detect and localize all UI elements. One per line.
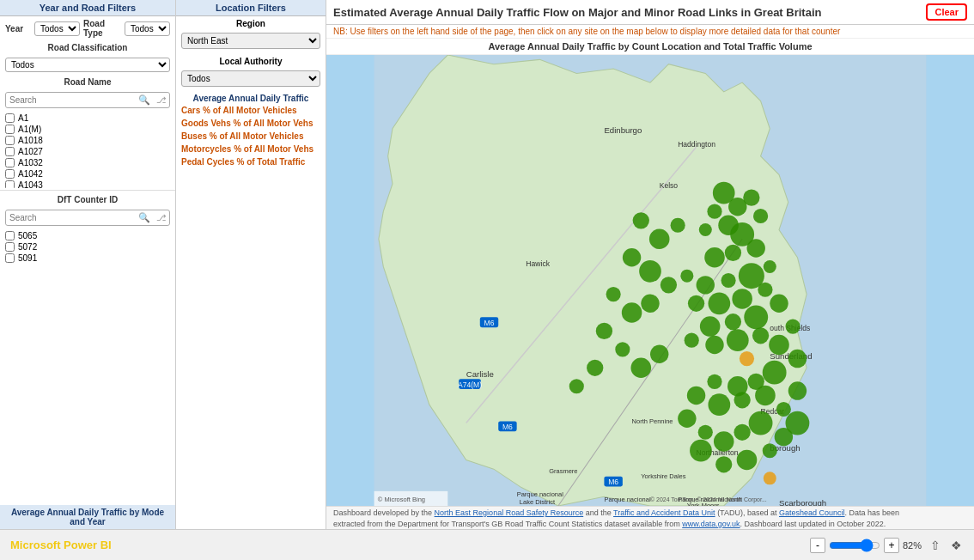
svg-point-73 [714,431,734,452]
pbi-logo-link[interactable]: Microsoft Power BI [10,539,112,551]
svg-point-59 [786,320,801,334]
dft-header: DfT Counter ID [0,192,175,207]
share-button[interactable]: ⇧ [928,537,942,554]
svg-point-65 [687,387,705,405]
svg-text:A74(M): A74(M) [458,380,482,389]
aadt-item[interactable]: Pedal Cycles % of Total Traffic [181,156,320,167]
svg-point-95 [587,360,603,376]
bottom-section-label: Average Annual Daily Traffic by Mode and… [0,505,175,529]
svg-point-45 [680,270,693,283]
list-item: A1032 [5,157,170,168]
list-item: A1018 [5,135,170,146]
svg-point-97 [740,351,754,366]
road-name-search-input[interactable] [6,94,135,107]
zoom-minus-button[interactable]: - [810,538,825,553]
road-checkbox[interactable] [5,169,15,179]
counter-checkbox[interactable] [5,231,15,240]
svg-point-35 [699,223,712,236]
link-gateshead[interactable]: Gateshead Council [779,508,845,517]
road-checkbox[interactable] [5,180,15,188]
svg-point-57 [752,327,769,344]
dft-search-container: 🔍 ⎇ [5,210,170,226]
aadt-item[interactable]: Goods Vehs % of All Motor Vehs [181,118,320,129]
svg-point-53 [700,316,721,337]
svg-point-50 [770,295,788,313]
dft-clear-button[interactable]: ⎇ [154,211,169,224]
location-header: Location Filters [176,0,326,16]
list-item: 5065 [5,230,170,241]
svg-point-39 [725,245,741,261]
link-tadu[interactable]: Traffic and Accident Data Unit [613,508,715,517]
road-name-clear-button[interactable]: ⎇ [154,94,169,107]
svg-point-90 [641,295,659,313]
svg-point-71 [749,411,773,435]
left-panel: Year and Road Filters Year Todos Road Ty… [0,0,176,529]
pbi-controls: - + 82% ⇧ ❖ [810,537,964,554]
clear-button[interactable]: Clear [926,3,967,21]
counter-checkbox[interactable] [5,242,15,252]
svg-point-77 [715,456,732,472]
dft-search-input[interactable] [6,211,135,224]
local-authority-label: Local Authority [176,54,326,69]
svg-point-37 [753,209,768,223]
road-class-filter-row: Todos [0,55,175,75]
aadt-item[interactable]: Buses % of All Motor Vehicles [181,131,320,142]
svg-point-82 [633,212,649,228]
zoom-slider[interactable] [829,539,880,552]
svg-point-93 [631,358,652,379]
svg-point-86 [639,260,661,283]
svg-point-52 [725,313,741,330]
svg-point-60 [788,350,807,368]
dft-search-button[interactable]: 🔍 [135,210,154,225]
road-type-select[interactable]: Todos [125,21,170,36]
svg-point-81 [786,411,810,435]
svg-point-74 [698,425,713,440]
svg-text:© Microsoft Bing: © Microsoft Bing [378,496,425,503]
svg-point-41 [764,260,776,273]
map-header: Estimated Average Annual Daily Traffic F… [326,0,974,25]
svg-point-47 [709,292,731,314]
svg-point-78 [737,450,758,471]
link-data-gov[interactable]: www.data.gov.uk [682,520,740,528]
divider-1 [0,190,175,191]
road-checkbox[interactable] [5,158,15,167]
local-authority-select[interactable]: Todos [181,70,320,87]
svg-point-55 [705,336,723,354]
middle-panel: Location Filters Region North East Local… [176,0,326,529]
footer-line2: extracted from the Department for Transp… [326,519,974,529]
svg-text:Kelso: Kelso [660,181,679,190]
region-select[interactable]: North East [181,33,320,49]
year-select[interactable]: Todos [34,21,80,36]
svg-text:North Pennine: North Pennine [632,417,673,425]
road-name-search-button[interactable]: 🔍 [135,93,154,107]
svg-point-98 [764,472,776,484]
road-class-select[interactable]: Todos [5,58,170,72]
svg-text:Yorkshire Dales: Yorkshire Dales [641,472,685,480]
map-container[interactable]: Edinburgo Haddington Kelso Hawick Carlis… [326,55,974,506]
link-nerrs[interactable]: North East Regional Road Safety Resource [435,508,584,517]
svg-point-92 [615,342,630,356]
svg-point-48 [732,289,752,309]
list-item: A1027 [5,146,170,157]
svg-point-76 [690,440,712,462]
road-checkbox[interactable] [5,125,15,134]
fullscreen-button[interactable]: ❖ [949,537,964,554]
road-checkbox[interactable] [5,147,15,156]
map-note: NB: Use filters on the left hand side of… [326,25,974,39]
list-item: 5072 [5,241,170,253]
map-svg: Edinburgo Haddington Kelso Hawick Carlis… [326,55,974,506]
svg-point-56 [727,329,749,351]
svg-text:Haddington: Haddington [678,140,715,149]
road-name-search-container: 🔍 ⎇ [5,92,170,108]
aadt-item[interactable]: Motorcycles % of All Motor Vehs [181,143,320,155]
footer-line1: Dashboard developed by the North East Re… [326,506,974,519]
road-checkbox[interactable] [5,113,15,123]
road-checkbox[interactable] [5,136,15,145]
svg-point-38 [747,239,765,257]
aadt-item[interactable]: Cars % of All Motor Vehicles [181,105,320,116]
zoom-plus-button[interactable]: + [884,538,899,553]
road-class-header: Road Classification [0,40,175,55]
dft-counter-list: 5065 5072 5091 [0,228,175,265]
year-road-header: Year and Road Filters [0,0,175,16]
counter-checkbox[interactable] [5,253,15,263]
